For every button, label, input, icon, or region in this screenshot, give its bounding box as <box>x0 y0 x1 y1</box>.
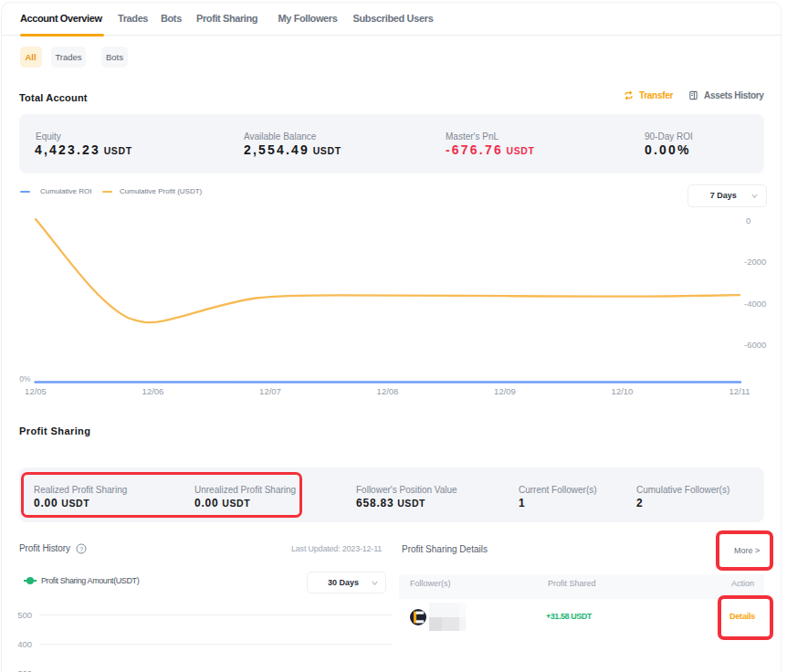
svg-text:-2000: -2000 <box>744 257 766 267</box>
svg-text:12/07: 12/07 <box>259 386 281 396</box>
svg-text:0%: 0% <box>19 374 31 383</box>
svg-text:-6000: -6000 <box>744 340 766 350</box>
svg-text:0: 0 <box>746 215 750 226</box>
svg-text:12/11: 12/11 <box>729 386 750 396</box>
svg-text:12/08: 12/08 <box>377 386 399 396</box>
svg-text:?: ? <box>79 544 83 552</box>
svg-text:12/06: 12/06 <box>142 386 164 396</box>
svg-text:12/09: 12/09 <box>494 386 516 396</box>
svg-text:12/10: 12/10 <box>612 386 634 396</box>
svg-text:12/05: 12/05 <box>25 386 47 396</box>
svg-text:-4000: -4000 <box>744 299 766 309</box>
